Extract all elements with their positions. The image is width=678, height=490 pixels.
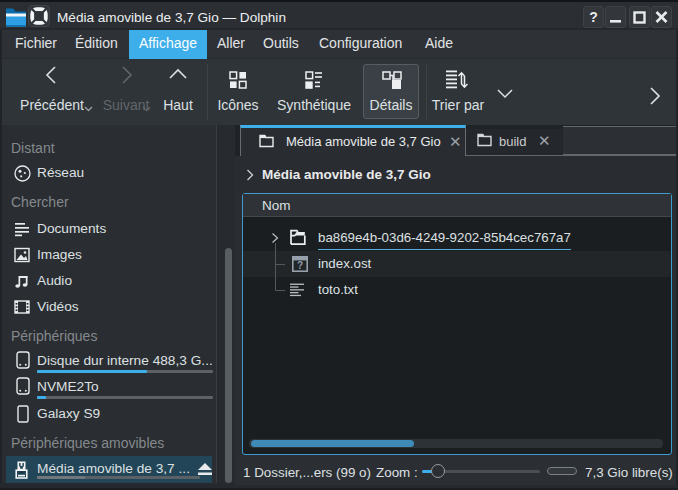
svg-text:?: ? <box>297 260 303 271</box>
